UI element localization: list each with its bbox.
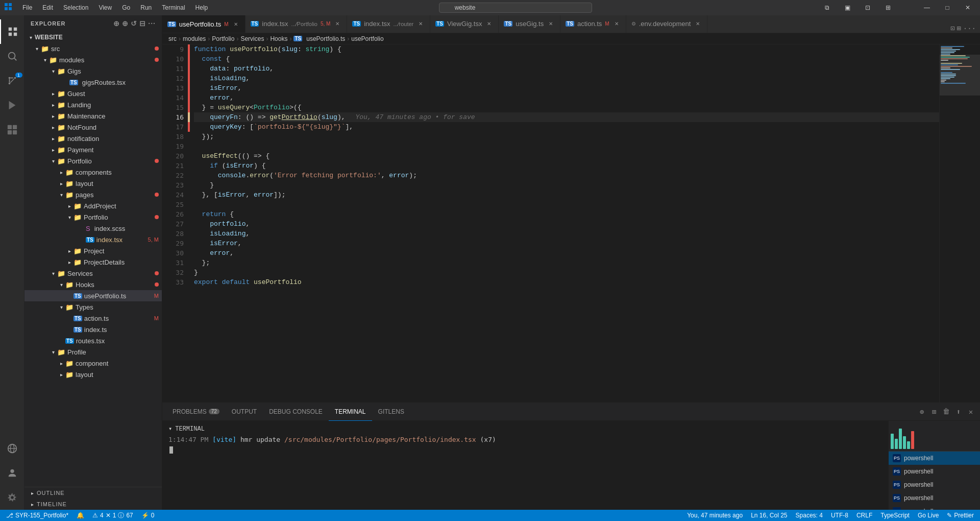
layout-btn-2[interactable]: ▣ — [839, 3, 855, 13]
activity-source-control[interactable]: 1 — [0, 68, 24, 93]
activity-search[interactable] — [0, 44, 24, 68]
tree-item-modules[interactable]: ▾ 📁 modules — [24, 54, 162, 65]
breadcrumb-file[interactable]: usePortfolio.ts — [306, 35, 345, 42]
status-eol[interactable]: CRLF — [852, 510, 876, 521]
tree-item-pages[interactable]: ▾ 📁 pages — [24, 189, 162, 200]
menu-file[interactable]: File — [18, 3, 36, 12]
kill-terminal-btn[interactable]: 🗑 — [941, 407, 951, 417]
panel-tab-output[interactable]: OUTPUT — [226, 403, 263, 421]
tree-item-layout-profile[interactable]: ▸ 📁 layout — [24, 369, 162, 380]
tree-item-addproject[interactable]: ▸ 📁 AddProject — [24, 200, 162, 211]
timeline-section[interactable]: ▸ TIMELINE — [24, 499, 162, 510]
activity-explorer[interactable] — [0, 19, 24, 44]
tree-item-payment[interactable]: ▸ 📁 Payment — [24, 144, 162, 155]
menu-view[interactable]: View — [94, 3, 116, 12]
breadcrumb-portfolio[interactable]: Portfolio — [212, 35, 234, 42]
tree-item-guest[interactable]: ▸ 📁 Guest — [24, 88, 162, 99]
tab-viewgig[interactable]: TS ViewGig.tsx ✕ — [430, 15, 499, 33]
minimize-btn[interactable]: — — [919, 3, 935, 13]
terminal-content[interactable]: ▾ TERMINAL 1:14:47 PM [vite] hmr update … — [162, 421, 888, 510]
activity-settings[interactable] — [0, 485, 24, 510]
panel-tab-gitlens[interactable]: GITLENS — [372, 403, 410, 421]
menu-go[interactable]: Go — [118, 3, 134, 12]
tab-more-icon[interactable]: ··· — [963, 25, 976, 33]
split-terminal-btn[interactable]: ⊞ — [929, 407, 939, 417]
activity-extensions[interactable] — [0, 117, 24, 142]
tab-split-icon[interactable]: ⊞ — [957, 24, 961, 33]
refresh-icon[interactable]: ↺ — [131, 19, 137, 28]
tree-item-index-scss[interactable]: S index.scss — [24, 223, 162, 234]
layout-btn-3[interactable]: ⊡ — [860, 3, 876, 13]
tree-item-portfolio-page[interactable]: ▾ 📁 Portfolio — [24, 211, 162, 223]
menu-run[interactable]: Run — [136, 3, 156, 12]
activity-remote[interactable] — [0, 436, 24, 461]
tree-item-profile[interactable]: ▾ 📁 Profile — [24, 346, 162, 358]
tree-item-routes-tsx[interactable]: TS routes.tsx — [24, 335, 162, 346]
menu-terminal[interactable]: Terminal — [158, 3, 189, 12]
tree-item-src[interactable]: ▾ 📁 src — [24, 43, 162, 54]
status-blame[interactable]: You, 47 minutes ago — [683, 510, 747, 521]
tree-item-gigs[interactable]: ▾ 📁 Gigs — [24, 65, 162, 77]
tree-item-types[interactable]: ▾ 📁 Types — [24, 301, 162, 313]
terminal-instance-ps2[interactable]: PS powershell — [889, 465, 980, 478]
tab-close-btn[interactable]: ✕ — [612, 20, 621, 28]
status-sync[interactable]: 🔔 — [72, 510, 88, 521]
tab-usegig[interactable]: TS useGig.ts ✕ — [499, 15, 560, 33]
status-spaces[interactable]: Spaces: 4 — [792, 510, 827, 521]
tree-item-index-ts[interactable]: TS index.ts — [24, 324, 162, 335]
tree-item-index-tsx[interactable]: TS index.tsx 5, M — [24, 234, 162, 245]
tab-close-btn[interactable]: ✕ — [485, 20, 493, 28]
panel-tab-terminal[interactable]: TERMINAL — [329, 403, 372, 421]
tab-action[interactable]: TS action.ts M ✕ — [560, 15, 626, 33]
maximize-panel-btn[interactable]: ⬆ — [953, 407, 964, 417]
breadcrumb-src[interactable]: src — [168, 35, 177, 42]
new-folder-icon[interactable]: ⊕ — [122, 19, 129, 28]
status-prettier[interactable]: ✎ Prettier — [943, 510, 978, 521]
tab-close-btn[interactable]: ✕ — [416, 20, 425, 28]
layout-btn-4[interactable]: ⊞ — [880, 3, 896, 13]
tree-item-landing[interactable]: ▸ 📁 Landing — [24, 99, 162, 110]
tab-close-btn[interactable]: ✕ — [232, 20, 240, 28]
tree-item-action-ts[interactable]: TS action.ts M — [24, 313, 162, 324]
terminal-instance-ps3[interactable]: PS powershell — [889, 478, 980, 491]
status-problems[interactable]: ⚠ 4 ✕ 1 ⓘ 67 — [88, 510, 137, 521]
terminal-instance-ps4[interactable]: PS powershell — [889, 491, 980, 505]
tree-item-portfolio-module[interactable]: ▾ 📁 Portfolio — [24, 155, 162, 167]
status-encoding[interactable]: UTF-8 — [827, 510, 852, 521]
status-run[interactable]: ⚡ 0 — [137, 510, 159, 521]
panel-tab-problems[interactable]: PROBLEMS 72 — [166, 403, 226, 421]
new-file-icon[interactable]: ⊕ — [113, 19, 120, 28]
tree-item-services[interactable]: ▾ 📁 Services — [24, 268, 162, 279]
close-panel-btn[interactable]: ✕ — [966, 407, 976, 417]
status-position[interactable]: Ln 16, Col 25 — [747, 510, 791, 521]
activity-account[interactable] — [0, 461, 24, 485]
activity-run[interactable] — [0, 93, 24, 117]
tree-root-website[interactable]: ▾ WEBSITE — [24, 32, 162, 43]
tree-item-useportfolio[interactable]: TS usePortfolio.ts M — [24, 290, 162, 301]
search-input[interactable] — [439, 3, 592, 13]
outline-section[interactable]: ▸ OUTLINE — [24, 487, 162, 499]
panel-tab-debug[interactable]: DEBUG CONSOLE — [263, 403, 329, 421]
tree-item-gigsroutes[interactable]: TS gigsRoutes.tsx — [24, 77, 162, 88]
code-content[interactable]: function usePortfolio ( slug : string ) … — [190, 44, 939, 402]
breadcrumb-hooks[interactable]: Hooks — [270, 35, 287, 42]
tree-item-layout[interactable]: ▸ 📁 layout — [24, 178, 162, 189]
tab-action-icon[interactable]: ⊡ — [950, 24, 954, 33]
terminal-instance-ps5[interactable]: PS powershell — [889, 505, 980, 510]
layout-btn-1[interactable]: ⧉ — [819, 3, 835, 13]
tree-item-notfound[interactable]: ▸ 📁 NotFound — [24, 122, 162, 133]
maximize-btn[interactable]: □ — [939, 3, 955, 13]
tab-router-index[interactable]: TS index.tsx ...∕router ✕ — [347, 15, 430, 33]
tab-useportfolio[interactable]: TS usePortfolio.ts M ✕ — [162, 15, 246, 33]
status-branch[interactable]: ⎇ SYR-155_Portfolio* — [2, 510, 72, 521]
status-golive[interactable]: Go Live — [914, 510, 943, 521]
breadcrumb-services[interactable]: Services — [240, 35, 264, 42]
terminal-instance-ps1[interactable]: PS powershell — [889, 452, 980, 465]
tab-close-btn[interactable]: ✕ — [694, 20, 702, 28]
breadcrumb-modules[interactable]: modules — [183, 35, 206, 42]
tab-env[interactable]: ⚙ .env.development ✕ — [626, 15, 708, 33]
menu-edit[interactable]: Edit — [38, 3, 57, 12]
tree-item-hooks[interactable]: ▾ 📁 Hooks — [24, 279, 162, 290]
tree-item-notification[interactable]: ▸ 📁 notification — [24, 133, 162, 144]
tree-item-components[interactable]: ▸ 📁 components — [24, 167, 162, 178]
